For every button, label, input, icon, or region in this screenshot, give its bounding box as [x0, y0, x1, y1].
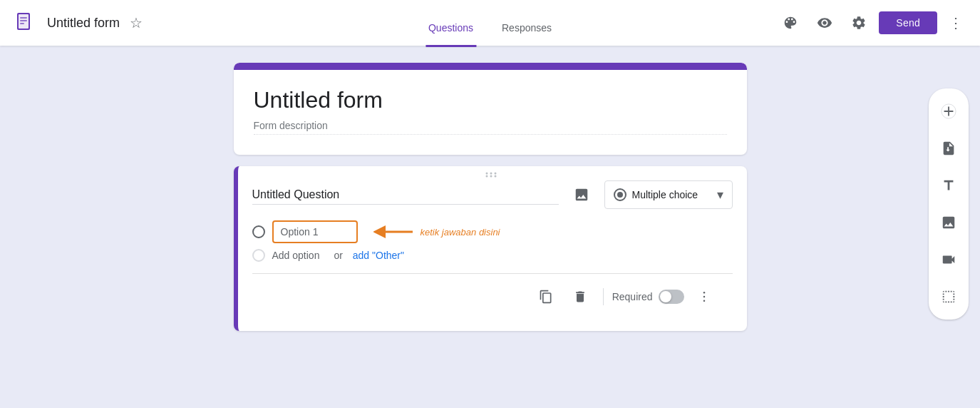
question-type-dropdown[interactable]: Multiple choice ▾	[604, 180, 733, 209]
add-option-row: Add option or add "Other"	[252, 249, 733, 262]
question-type-label: Multiple choice	[632, 189, 698, 200]
svg-point-13	[703, 292, 705, 294]
star-icon[interactable]: ☆	[127, 11, 145, 34]
svg-rect-3	[20, 20, 27, 21]
preview-button[interactable]	[810, 9, 839, 37]
add-other-link[interactable]: add "Other"	[353, 250, 404, 261]
radio-circle-inner	[617, 192, 623, 198]
topbar-tabs: Questions Responses	[425, 11, 555, 36]
add-section-button[interactable]	[932, 280, 966, 314]
svg-rect-4	[20, 23, 24, 24]
annotation-text: ketik jawaban disini	[421, 227, 500, 238]
add-title-button[interactable]	[932, 168, 966, 203]
delete-button[interactable]	[566, 282, 594, 311]
palette-button[interactable]	[776, 9, 805, 37]
svg-point-6	[490, 173, 492, 175]
card-footer: Required	[252, 273, 733, 320]
svg-point-9	[490, 175, 492, 178]
option-1-radio	[252, 225, 265, 238]
arrow-annotation: ketik jawaban disini	[373, 223, 500, 240]
required-label: Required	[612, 291, 653, 302]
form-header-body: Untitled form Form description	[234, 70, 747, 155]
app-icon	[11, 9, 40, 37]
svg-point-15	[703, 300, 705, 302]
form-header-accent	[234, 63, 747, 70]
add-video-button[interactable]	[932, 243, 966, 277]
import-questions-button[interactable]	[932, 131, 966, 165]
topbar-right: Send ⋮	[776, 9, 969, 37]
add-option-radio	[252, 249, 265, 262]
settings-button[interactable]	[845, 9, 873, 37]
add-image-button[interactable]	[932, 205, 966, 240]
option-1-box[interactable]: Option 1	[272, 220, 358, 243]
add-image-to-question-button[interactable]	[567, 180, 596, 209]
required-toggle[interactable]	[659, 290, 684, 304]
toggle-knob	[660, 291, 671, 302]
add-option-or-text: or	[334, 250, 345, 261]
tab-responses[interactable]: Responses	[499, 22, 555, 47]
footer-divider	[603, 288, 604, 305]
send-button[interactable]: Send	[879, 11, 937, 34]
question-body: Multiple choice ▾ Option 1	[238, 180, 747, 331]
main-content: Untitled form Form description	[0, 46, 980, 408]
radio-circle-icon	[614, 188, 626, 201]
form-title-large[interactable]: Untitled form	[254, 87, 727, 114]
question-card: Multiple choice ▾ Option 1	[234, 166, 747, 331]
form-header-card: Untitled form Form description	[234, 63, 747, 155]
required-toggle-wrap[interactable]	[659, 290, 684, 304]
question-input-wrap	[252, 185, 559, 205]
svg-point-8	[485, 175, 488, 178]
question-top-row: Multiple choice ▾	[252, 180, 733, 209]
topbar: Untitled form ☆ Questions Responses Send…	[0, 0, 980, 46]
form-description[interactable]: Form description	[254, 120, 727, 135]
topbar-left: Untitled form ☆	[11, 9, 776, 37]
arrow-icon	[373, 223, 416, 240]
sidebar	[929, 88, 969, 320]
svg-point-14	[703, 296, 705, 298]
option-1-row: Option 1 ketik jawaban disini	[252, 220, 733, 243]
chevron-down-icon: ▾	[717, 187, 723, 203]
drag-handle[interactable]	[238, 166, 747, 180]
svg-rect-2	[20, 17, 27, 19]
add-option-text[interactable]: Add option	[272, 250, 320, 261]
svg-point-10	[494, 175, 496, 178]
duplicate-button[interactable]	[532, 282, 560, 311]
question-more-button[interactable]	[690, 282, 718, 311]
form-title-topbar: Untitled form	[47, 16, 120, 31]
svg-point-7	[494, 173, 496, 175]
question-input[interactable]	[252, 185, 559, 205]
more-options-topbar[interactable]: ⋮	[943, 9, 969, 37]
tab-questions[interactable]: Questions	[425, 22, 476, 47]
svg-point-5	[485, 173, 488, 175]
add-question-button[interactable]	[932, 94, 966, 128]
